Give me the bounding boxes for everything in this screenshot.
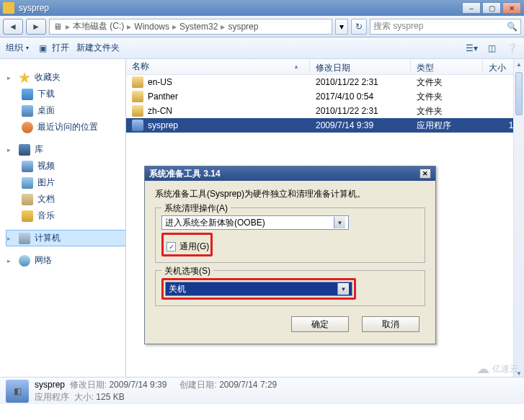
preview-pane-button[interactable]: ◫ [485,42,498,55]
col-name[interactable]: 名称▲ [126,59,310,74]
status-bar: ◧ sysprep 修改日期: 2009/7/14 9:39 创建日期: 200… [0,377,524,404]
computer-icon: 🖥 [53,22,63,32]
file-date: 2010/11/22 2:31 [310,106,411,116]
dialog-titlebar[interactable]: 系统准备工具 3.14 ✕ [145,166,435,181]
organize-menu[interactable]: 组织▾ [6,42,29,54]
chevron-right-icon: ▸ [127,22,131,32]
file-name: zh-CN [148,106,172,116]
chevron-down-icon: ▼ [334,217,345,228]
file-row[interactable]: sysprep2009/7/14 9:39应用程序12 [126,118,524,133]
dialog-description: 系统准备工具(Sysprep)为硬件独立和清理准备计算机。 [155,188,425,200]
help-button[interactable]: ❔ [505,42,518,55]
file-name: en-US [148,77,172,87]
tree-videos[interactable]: 视频 [19,158,125,174]
cleanup-combo[interactable]: 进入系统全新体验(OOBE) ▼ [161,215,349,230]
file-name: Panther [148,91,178,102]
maximize-button[interactable]: ▢ [482,2,501,14]
tree-desktop[interactable]: 桌面 [19,102,125,119]
file-type-icon: ◧ [6,380,29,403]
scroll-up-icon[interactable]: ▲ [514,59,524,70]
tree-libraries[interactable]: ▸库 [6,141,125,158]
cleanup-fieldset: 系统清理操作(A) 进入系统全新体验(OOBE) ▼ ✓ 通用(G) [155,207,425,263]
music-icon [22,210,33,222]
search-placeholder: 搜索 sysprep [373,20,423,32]
file-row[interactable]: zh-CN2010/11/22 2:31文件夹 [126,104,524,118]
chevron-down-icon: ▼ [337,283,349,295]
application-icon [132,120,143,131]
folder-icon [132,76,143,88]
sysprep-dialog: 系统准备工具 3.14 ✕ 系统准备工具(Sysprep)为硬件独立和清理准备计… [144,166,436,344]
picture-icon [22,177,33,189]
tree-pictures[interactable]: 图片 [19,174,125,191]
forward-button[interactable]: ► [26,19,46,35]
view-mode-button[interactable]: ☰▾ [465,42,478,55]
crumb-part[interactable]: 本地磁盘 (C:) [73,20,124,32]
file-date: 2017/4/10 0:54 [310,91,411,102]
tree-favorites[interactable]: ▸收藏夹 [6,69,125,86]
folder-icon [132,105,143,117]
file-type: 应用程序 [411,120,483,132]
checkbox-icon: ✓ [166,242,176,251]
cleanup-legend: 系统清理操作(A) [161,202,231,215]
tree-recent[interactable]: 最近访问的位置 [19,119,125,135]
file-row[interactable]: Panther2017/4/10 0:54文件夹 [126,89,524,104]
col-date[interactable]: 修改日期 [310,59,411,74]
desktop-icon [22,105,33,117]
status-type: 应用程序 [35,392,69,402]
file-type: 文件夹 [411,105,483,117]
file-name: sysprep [148,120,178,130]
window-titlebar: sysprep – ▢ ✕ [0,0,524,16]
close-button[interactable]: ✕ [502,2,521,14]
shutdown-combo[interactable]: 关机 ▼ [165,282,352,296]
search-icon[interactable]: 🔍 [507,22,518,32]
chevron-right-icon: ▸ [221,22,225,32]
tree-computer[interactable]: ▸计算机 [6,230,125,246]
video-icon [22,161,33,172]
tree-network[interactable]: ▸网络 [6,252,125,269]
chevron-right-icon: ▸ [172,22,177,32]
folder-icon [3,2,14,14]
file-type: 文件夹 [411,76,483,89]
back-button[interactable]: ◄ [3,19,23,35]
scrollbar-thumb[interactable] [515,72,523,115]
toolbar: 组织▾ ▣打开 新建文件夹 ☰▾ ◫ ❔ [0,37,524,59]
network-icon [19,255,30,267]
file-type: 文件夹 [411,91,483,103]
open-button[interactable]: ▣打开 [36,42,69,55]
highlight-box: ✓ 通用(G) [161,233,213,256]
column-headers: 名称▲ 修改日期 类型 大小 [126,59,524,75]
status-name: sysprep [35,380,65,390]
cloud-icon: ☁ [476,361,489,377]
chevron-right-icon: ▸ [66,22,70,32]
crumb-part[interactable]: sysprep [228,22,258,32]
open-icon: ▣ [36,42,49,55]
star-icon [19,72,30,84]
folder-icon [132,91,143,102]
breadcrumb[interactable]: 🖥 ▸ 本地磁盘 (C:) ▸ Windows ▸ System32 ▸ sys… [49,19,332,35]
new-folder-button[interactable]: 新建文件夹 [76,42,120,54]
search-input[interactable]: 搜索 sysprep 🔍 [370,19,521,35]
tree-music[interactable]: 音乐 [19,207,125,224]
crumb-part[interactable]: System32 [179,22,218,32]
highlight-box: 关机 ▼ [161,278,356,300]
address-bar-row: ◄ ► 🖥 ▸ 本地磁盘 (C:) ▸ Windows ▸ System32 ▸… [0,16,524,37]
document-icon [22,194,33,205]
cancel-button[interactable]: 取消 [362,316,419,332]
shutdown-legend: 关机选项(S) [161,265,213,277]
cleanup-value: 进入系统全新体验(OOBE) [165,217,265,229]
file-date: 2010/11/22 2:31 [310,77,411,87]
file-row[interactable]: en-US2010/11/22 2:31文件夹 [126,75,524,89]
col-type[interactable]: 类型 [411,59,483,74]
dialog-title: 系统准备工具 3.14 [149,168,221,180]
dialog-close-button[interactable]: ✕ [419,169,431,179]
minimize-button[interactable]: – [462,2,481,14]
scrollbar[interactable]: ▲ ▼ [513,59,524,379]
ok-button[interactable]: 确定 [291,316,349,332]
computer-icon [19,233,30,244]
crumb-part[interactable]: Windows [134,22,169,32]
tree-documents[interactable]: 文档 [19,191,125,207]
address-dropdown[interactable]: ▾ [335,19,348,35]
generalize-checkbox[interactable]: ✓ 通用(G) [165,241,209,253]
tree-downloads[interactable]: 下载 [19,86,125,102]
refresh-button[interactable]: ↻ [351,19,367,35]
